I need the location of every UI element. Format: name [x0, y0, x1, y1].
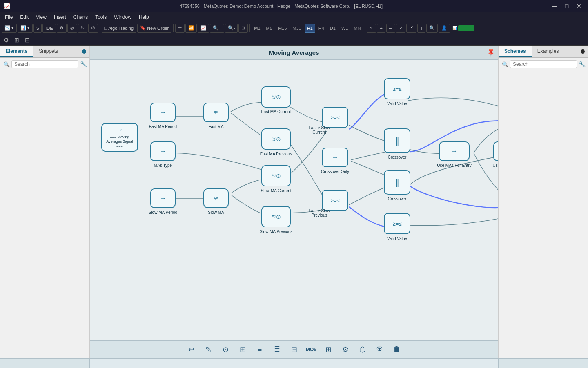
grid2-icon[interactable]: ⊟ — [23, 36, 32, 45]
crosshair-btn[interactable]: ✛ — [175, 24, 185, 33]
period-m5[interactable]: M5 — [264, 24, 275, 33]
grid-btn[interactable]: ⊞ — [238, 24, 248, 33]
tab-schemes[interactable]: Schemes — [499, 46, 532, 57]
filter-icon-right[interactable]: 🔧 — [579, 61, 586, 67]
trend-btn[interactable]: ↗ — [396, 24, 405, 33]
icon-fast-gt-slow-previous: ≥=≤ — [331, 197, 340, 204]
tab-examples[interactable]: Examples — [532, 46, 565, 57]
indicator-btn[interactable]: ◎ — [67, 24, 77, 33]
compile-btn[interactable]: ⚙ — [57, 24, 67, 33]
search-input-left[interactable] — [11, 60, 78, 68]
diag-delete-btn[interactable]: 🗑 — [390, 343, 403, 356]
period-m15[interactable]: M15 — [276, 24, 289, 33]
zoom-in-btn[interactable]: 🔍+ — [210, 24, 224, 33]
layout-icon[interactable]: ⊞ — [12, 36, 21, 45]
filter-icon-left[interactable]: 🔧 — [80, 61, 87, 67]
diag-table-btn[interactable]: ⊞ — [322, 343, 335, 356]
diag-edit-btn[interactable]: ✎ — [202, 343, 215, 356]
diagram-body[interactable]: → === MovingAverages Signal=== → Fast MA… — [90, 60, 498, 340]
settings-btn[interactable]: ⚙ — [88, 24, 98, 33]
diag-undo-btn[interactable]: ↩ — [185, 343, 198, 356]
period-w1[interactable]: W1 — [339, 24, 351, 33]
currency-btn[interactable]: $ — [33, 24, 42, 33]
text-btn[interactable]: T — [417, 24, 426, 33]
select-btn[interactable]: ↖ — [367, 24, 376, 33]
tab-snippets[interactable]: Snippets — [33, 46, 64, 57]
new-order-btn[interactable]: 🔖 New Order — [137, 24, 172, 33]
diag-node-btn[interactable]: ⊞ — [236, 343, 249, 356]
ide-btn[interactable]: IDE — [42, 24, 56, 33]
chart-btn[interactable]: 📈 — [198, 24, 209, 33]
period-h4[interactable]: H4 — [316, 24, 327, 33]
crosshair2-btn[interactable]: + — [377, 24, 385, 33]
period-h1[interactable]: H1 — [305, 24, 315, 33]
pin-icon[interactable]: 📌 — [485, 47, 497, 59]
zoom-out-btn[interactable]: 🔍- — [225, 24, 238, 33]
node-fast-gt-slow-current[interactable]: ≥=≤ Fast > Slow Current — [322, 107, 348, 128]
node-mas-type[interactable]: → MAs Type — [150, 141, 176, 161]
menu-tools[interactable]: Tools — [92, 13, 110, 21]
node-ma-signal-label: === MovingAverages Signal=== — [106, 135, 133, 148]
label-slow-ma-previous: Slow MA Previous — [260, 229, 293, 234]
node-fast-gt-slow-previous[interactable]: ≥=≤ Fast > Slow Previous — [322, 190, 348, 211]
node-fast-ma-previous[interactable]: ≋⊙ Fast MA Previous — [261, 128, 291, 150]
menu-help[interactable]: Help — [136, 13, 152, 21]
settings2-icon[interactable]: ⚙ — [2, 36, 11, 45]
node-slow-ma-previous[interactable]: ≋⊙ Slow MA Previous — [261, 206, 291, 227]
minimize-button[interactable]: ─ — [549, 0, 560, 12]
node-fast-ma-period[interactable]: → Fast MA Period — [150, 103, 176, 122]
diag-mo5-btn[interactable]: MO5 — [305, 343, 318, 356]
right-panel-tabs: Schemes Examples — [499, 46, 588, 58]
arrow-icon-fast-ma-period: → — [160, 109, 166, 116]
diag-align-left-btn[interactable]: ≡ — [253, 343, 266, 356]
node-slow-ma-current[interactable]: ≋⊙ Slow MA Current — [261, 165, 291, 186]
chart-type-dropdown[interactable]: 📉 ▾ — [2, 24, 17, 33]
node-ma-signal[interactable]: → === MovingAverages Signal=== — [101, 123, 138, 152]
node-use-mas-exit[interactable]: → Use MAs For Exit — [493, 141, 498, 161]
tab-elements[interactable]: Elements — [0, 46, 33, 57]
maximize-button[interactable]: □ — [561, 0, 572, 12]
node-use-mas-entry[interactable]: → Use MAs For Entry — [439, 141, 470, 161]
profile-btn[interactable]: 👤 — [439, 24, 450, 33]
node-crossover-top[interactable]: ‖ Crossover — [384, 128, 410, 153]
menu-file[interactable]: File — [2, 13, 16, 21]
close-button[interactable]: ✕ — [573, 0, 585, 12]
menu-edit[interactable]: Edit — [17, 13, 32, 21]
period-m1[interactable]: M1 — [252, 24, 263, 33]
search-toolbar-btn[interactable]: 🔍 — [426, 24, 438, 33]
node-crossover-only[interactable]: → Crossover Only — [322, 148, 348, 167]
period-mn[interactable]: MN — [351, 24, 363, 33]
arrow-icon-ma-signal: → — [116, 126, 123, 134]
menu-insert[interactable]: Insert — [51, 13, 69, 21]
diag-grid2-btn[interactable]: ⊟ — [287, 343, 301, 356]
chart-indicator: 📊 — [452, 25, 474, 31]
menu-window[interactable]: Window — [111, 13, 135, 21]
right-panel: Schemes Examples 🔍 🔧 — [498, 46, 588, 358]
menu-charts[interactable]: Charts — [70, 13, 91, 21]
node-valid-value-top[interactable]: ≥=≤ Valid Value — [384, 78, 410, 99]
search-input-right[interactable] — [510, 60, 577, 68]
period-m30[interactable]: M30 — [290, 24, 303, 33]
node-slow-ma[interactable]: ≋ Slow MA — [203, 188, 229, 208]
diag-hexagon-btn[interactable]: ⬡ — [356, 343, 369, 356]
node-crossover-bottom[interactable]: ‖ Crossover — [384, 170, 410, 195]
icon-slow-ma-current: ≋⊙ — [271, 173, 281, 179]
app-icon: 📈 — [3, 3, 10, 9]
diag-align-center-btn[interactable]: ≣ — [270, 343, 283, 356]
icon-fast-ma-current: ≋⊙ — [271, 94, 281, 100]
menu-view[interactable]: View — [33, 13, 50, 21]
diag-eye-btn[interactable]: 👁 — [373, 343, 386, 356]
period-d1[interactable]: D1 — [327, 24, 338, 33]
regression-btn[interactable]: ⋰ — [406, 24, 416, 33]
diag-settings-btn[interactable]: ⚙ — [339, 343, 352, 356]
node-slow-ma-period[interactable]: → Slow MA Period — [150, 188, 176, 208]
node-fast-ma-current[interactable]: ≋⊙ Fast MA Current — [261, 86, 291, 108]
node-fast-ma[interactable]: ≋ Fast MA — [203, 103, 229, 122]
refresh-btn[interactable]: ↻ — [78, 24, 87, 33]
hline-btn[interactable]: ─ — [386, 24, 395, 33]
algo-trading-btn[interactable]: □ Algo Trading — [102, 24, 136, 33]
diag-link-btn[interactable]: ⊙ — [219, 343, 232, 356]
zoom-btn[interactable]: 📶 — [185, 24, 197, 33]
node-valid-value-bottom[interactable]: ≥=≤ Valid Value — [384, 213, 410, 234]
timeframe-dropdown[interactable]: 📊 ▾ — [18, 24, 33, 33]
